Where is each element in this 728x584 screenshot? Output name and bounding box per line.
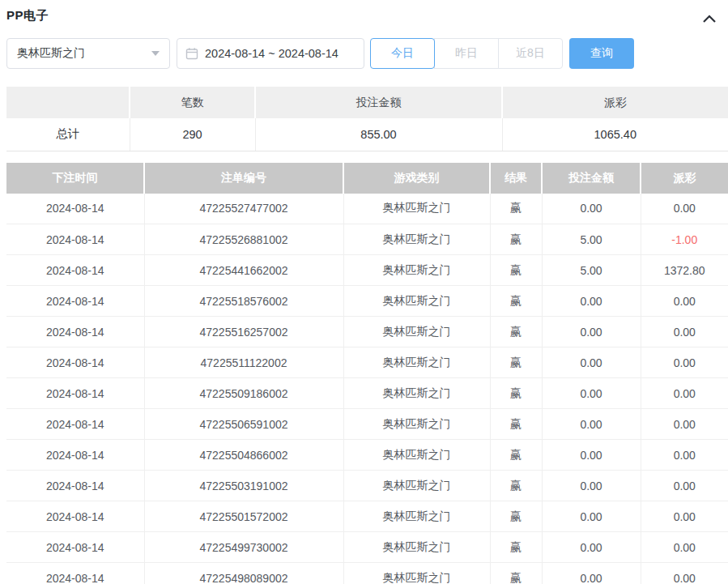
table-row: 2024-08-1447225504866002奥林匹斯之门赢0.000.00 [6,440,728,471]
game-category-cell: 奥林匹斯之门 [343,532,490,563]
bet-amount-cell: 0.00 [542,409,641,440]
payout-cell: 0.00 [641,471,728,501]
game-category-cell: 奥林匹斯之门 [343,347,490,378]
result-cell: 赢 [490,440,542,471]
bet-number-cell: 47225498089002 [144,563,343,584]
payout-cell: 0.00 [641,409,728,440]
result-cell: 赢 [490,347,542,378]
bet-number-cell: 47225526881002 [144,224,343,255]
summary-header-bet-amount: 投注金额 [255,87,502,118]
bet-time-cell: 2024-08-14 [6,563,144,584]
summary-total-row: 总计 290 855.00 1065.40 [6,118,728,151]
bet-number-cell: 47225509186002 [144,378,343,409]
col-bet-time: 下注时间 [6,163,144,194]
bet-number-cell: 47225516257002 [144,317,343,347]
result-cell: 赢 [490,255,542,286]
result-cell: 赢 [490,286,542,317]
result-cell: 赢 [490,563,542,584]
summary-header-row: 笔数 投注金额 派彩 [6,87,728,118]
game-category-cell: 奥林匹斯之门 [343,409,490,440]
result-cell: 赢 [490,409,542,440]
table-row: 2024-08-1447225498089002奥林匹斯之门赢0.000.00 [6,563,728,584]
bet-time-cell: 2024-08-14 [6,317,144,347]
bet-amount-cell: 5.00 [542,255,641,286]
game-category-cell: 奥林匹斯之门 [343,563,490,584]
quick-button-today[interactable]: 今日 [370,38,435,69]
payout-cell: 0.00 [641,532,728,563]
quick-button-yesterday[interactable]: 昨日 [434,38,499,69]
table-row: 2024-08-1447225516257002奥林匹斯之门赢0.000.00 [6,317,728,347]
table-row: 2024-08-1447225511122002奥林匹斯之门赢0.000.00 [6,347,728,378]
calendar-icon [185,47,198,60]
quick-range-group: 今日 昨日 近8日 [370,38,563,69]
summary-header-payout: 派彩 [502,87,728,118]
date-range-input[interactable]: 2024-08-14 ~ 2024-08-14 [177,38,364,69]
bet-number-cell: 47225501572002 [144,501,343,532]
col-bet-number: 注单编号 [144,163,343,194]
payout-cell: 1372.80 [641,255,728,286]
table-row: 2024-08-1447225501572002奥林匹斯之门赢0.000.00 [6,501,728,532]
game-select-value: 奥林匹斯之门 [17,46,85,61]
bet-time-cell: 2024-08-14 [6,224,144,255]
panel-title: PP电子 [6,6,49,23]
result-cell: 赢 [490,501,542,532]
table-row: 2024-08-1447225526881002奥林匹斯之门赢5.00-1.00 [6,224,728,255]
payout-cell: 0.00 [641,347,728,378]
bet-number-cell: 47225503191002 [144,471,343,501]
search-button[interactable]: 查询 [569,38,634,69]
payout-cell: 0.00 [641,286,728,317]
bet-time-cell: 2024-08-14 [6,255,144,286]
bet-time-cell: 2024-08-14 [6,286,144,317]
table-row: 2024-08-1447225527477002奥林匹斯之门赢0.000.00 [6,194,728,224]
bet-time-cell: 2024-08-14 [6,409,144,440]
bet-amount-cell: 0.00 [542,317,641,347]
summary-table: 笔数 投注金额 派彩 总计 290 855.00 1065.40 [6,87,728,151]
bet-time-cell: 2024-08-14 [6,347,144,378]
collapse-button[interactable] [700,10,718,28]
col-result: 结果 [490,163,542,194]
game-category-cell: 奥林匹斯之门 [343,317,490,347]
summary-total-payout: 1065.40 [502,118,728,151]
payout-cell: 0.00 [641,563,728,584]
bet-time-cell: 2024-08-14 [6,194,144,224]
bets-header-row: 下注时间 注单编号 游戏类别 结果 投注金额 派彩 [6,163,728,194]
summary-header-count: 笔数 [130,87,255,118]
game-category-cell: 奥林匹斯之门 [343,224,490,255]
table-row: 2024-08-1447225506591002奥林匹斯之门赢0.000.00 [6,409,728,440]
quick-button-last8days[interactable]: 近8日 [498,38,563,69]
date-range-value: 2024-08-14 ~ 2024-08-14 [205,47,338,60]
bet-amount-cell: 0.00 [542,501,641,532]
bet-amount-cell: 0.00 [542,286,641,317]
panel-header: PP电子 [6,6,722,34]
chevron-down-icon [151,51,160,56]
pp-panel: PP电子 奥林匹斯之门 2024-08-14 ~ 2 [0,0,728,584]
bet-time-cell: 2024-08-14 [6,378,144,409]
game-category-cell: 奥林匹斯之门 [343,440,490,471]
result-cell: 赢 [490,317,542,347]
bet-time-cell: 2024-08-14 [6,440,144,471]
bet-amount-cell: 0.00 [542,471,641,501]
payout-cell: 0.00 [641,501,728,532]
result-cell: 赢 [490,471,542,501]
filter-bar: 奥林匹斯之门 2024-08-14 ~ 2024-08-14 今日 昨日 近8日… [6,38,722,69]
col-game-category: 游戏类别 [343,163,490,194]
col-payout: 派彩 [641,163,728,194]
result-cell: 赢 [490,532,542,563]
table-row: 2024-08-1447225441662002奥林匹斯之门赢5.001372.… [6,255,728,286]
game-select[interactable]: 奥林匹斯之门 [6,38,170,69]
chevron-up-icon [702,14,717,23]
result-cell: 赢 [490,378,542,409]
summary-total-count: 290 [130,118,255,151]
bet-number-cell: 47225499730002 [144,532,343,563]
col-bet-amount: 投注金额 [542,163,641,194]
bet-number-cell: 47225511122002 [144,347,343,378]
payout-cell: 0.00 [641,378,728,409]
bet-amount-cell: 0.00 [542,347,641,378]
bet-amount-cell: 0.00 [542,563,641,584]
bet-amount-cell: 0.00 [542,440,641,471]
game-category-cell: 奥林匹斯之门 [343,286,490,317]
payout-cell: -1.00 [641,224,728,255]
result-cell: 赢 [490,224,542,255]
payout-cell: 0.00 [641,440,728,471]
result-cell: 赢 [490,194,542,224]
